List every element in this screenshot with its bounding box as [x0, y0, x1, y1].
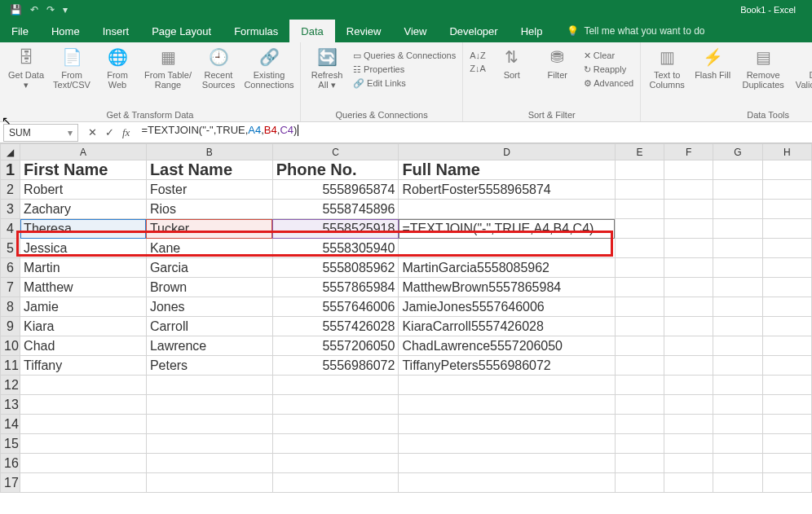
cell[interactable]	[664, 258, 713, 278]
cell[interactable]	[762, 200, 811, 219]
cell[interactable]	[272, 434, 399, 454]
cell[interactable]	[713, 434, 762, 454]
from-table-range-button[interactable]: ▦From Table/ Range	[143, 46, 192, 108]
cell[interactable]	[762, 473, 811, 493]
cell[interactable]	[664, 160, 713, 180]
cell[interactable]	[664, 317, 713, 336]
cell-ref-a4[interactable]: Theresa	[20, 219, 147, 239]
cell[interactable]: 5557426028	[272, 317, 399, 336]
tab-review[interactable]: Review	[335, 20, 393, 42]
tab-file[interactable]: File	[0, 20, 40, 42]
cell[interactable]: 5557865984	[272, 278, 399, 297]
cell[interactable]	[713, 219, 762, 239]
text-to-columns-button[interactable]: ▥Text to Columns	[647, 46, 686, 108]
cell[interactable]	[146, 376, 272, 395]
tab-data[interactable]: Data	[289, 20, 334, 42]
cell[interactable]	[615, 219, 664, 239]
cell[interactable]	[713, 160, 762, 180]
row-header[interactable]: 5	[1, 239, 20, 258]
cell[interactable]	[615, 434, 664, 454]
col-header-H[interactable]: H	[762, 144, 811, 160]
cell[interactable]	[664, 200, 713, 219]
cell[interactable]: 5558965874	[272, 180, 399, 200]
tab-help[interactable]: Help	[510, 20, 554, 42]
from-text-csv-button[interactable]: 📄From Text/CSV	[52, 46, 91, 108]
cell[interactable]	[713, 376, 762, 395]
advanced-button[interactable]: ⚙ Advanced	[584, 78, 633, 89]
row-header[interactable]: 2	[1, 180, 20, 200]
cell-ref-b4[interactable]: Tucker	[146, 219, 272, 239]
row-header[interactable]: 10	[1, 336, 20, 356]
cell[interactable]	[615, 395, 664, 415]
col-header-F[interactable]: F	[664, 144, 713, 160]
cell[interactable]: Kane	[146, 239, 272, 258]
cell[interactable]	[664, 336, 713, 356]
col-header-B[interactable]: B	[146, 144, 272, 160]
cell[interactable]	[272, 473, 399, 493]
cell[interactable]	[713, 473, 762, 493]
cell[interactable]: MatthewBrown5557865984	[399, 278, 615, 297]
cell[interactable]	[615, 200, 664, 219]
cell[interactable]: Rios	[146, 200, 272, 219]
cell[interactable]	[399, 434, 615, 454]
cell[interactable]	[713, 200, 762, 219]
cell[interactable]	[664, 395, 713, 415]
refresh-all-button[interactable]: 🔄Refresh All ▾	[307, 46, 346, 108]
cell[interactable]: Chad	[20, 336, 147, 356]
cell[interactable]: Tiffany	[20, 356, 147, 376]
cell[interactable]	[272, 454, 399, 473]
cell[interactable]: Kiara	[20, 317, 147, 336]
cell[interactable]: Matthew	[20, 278, 147, 297]
row-header[interactable]: 12	[1, 376, 20, 395]
cell[interactable]	[615, 454, 664, 473]
get-data-button[interactable]: 🗄Get Data ▾	[7, 46, 46, 108]
cell[interactable]: Foster	[146, 180, 272, 200]
cell[interactable]	[615, 160, 664, 180]
tab-formulas[interactable]: Formulas	[223, 20, 289, 42]
cell[interactable]: 5556986072	[272, 356, 399, 376]
col-header-E[interactable]: E	[615, 144, 664, 160]
chevron-down-icon[interactable]: ▾	[68, 127, 73, 138]
row-header[interactable]: 16	[1, 454, 20, 473]
row-header[interactable]: 4	[1, 219, 20, 239]
cell[interactable]	[20, 415, 147, 434]
cell[interactable]	[713, 278, 762, 297]
fx-icon[interactable]: fx	[122, 126, 130, 139]
save-icon[interactable]: 💾	[10, 4, 22, 15]
cell[interactable]	[713, 239, 762, 258]
cell[interactable]	[762, 297, 811, 317]
col-header-A[interactable]: A	[20, 144, 147, 160]
cell[interactable]	[399, 415, 615, 434]
redo-icon[interactable]: ↷	[46, 4, 55, 15]
cell[interactable]	[664, 356, 713, 376]
cell[interactable]	[146, 415, 272, 434]
cell[interactable]	[615, 180, 664, 200]
cell[interactable]: Carroll	[146, 317, 272, 336]
cell[interactable]	[713, 317, 762, 336]
edit-links-button[interactable]: 🔗 Edit Links	[353, 78, 456, 89]
undo-icon[interactable]: ↶	[30, 4, 38, 15]
cell[interactable]	[615, 415, 664, 434]
cell[interactable]	[399, 473, 615, 493]
row-header[interactable]: 11	[1, 356, 20, 376]
cell[interactable]	[20, 395, 147, 415]
cell[interactable]	[713, 454, 762, 473]
cancel-formula-icon[interactable]: ✕	[88, 126, 97, 138]
cell[interactable]	[713, 415, 762, 434]
cell[interactable]: Robert	[20, 180, 147, 200]
cell[interactable]	[713, 336, 762, 356]
cell[interactable]	[664, 473, 713, 493]
cell[interactable]: RobertFoster5558965874	[399, 180, 615, 200]
col-header-G[interactable]: G	[713, 144, 762, 160]
col-header-D[interactable]: D	[399, 144, 615, 160]
cell[interactable]: Garcia	[146, 258, 272, 278]
cell[interactable]: Phone No.	[272, 160, 399, 180]
sort-za-button[interactable]: Z↓A	[470, 64, 486, 73]
cell[interactable]	[615, 356, 664, 376]
cell[interactable]: 5557646006	[272, 297, 399, 317]
clear-button[interactable]: ✕ Clear	[584, 51, 633, 61]
row-header[interactable]: 14	[1, 415, 20, 434]
col-header-C[interactable]: C	[272, 144, 399, 160]
cell[interactable]	[146, 434, 272, 454]
cell[interactable]	[664, 376, 713, 395]
